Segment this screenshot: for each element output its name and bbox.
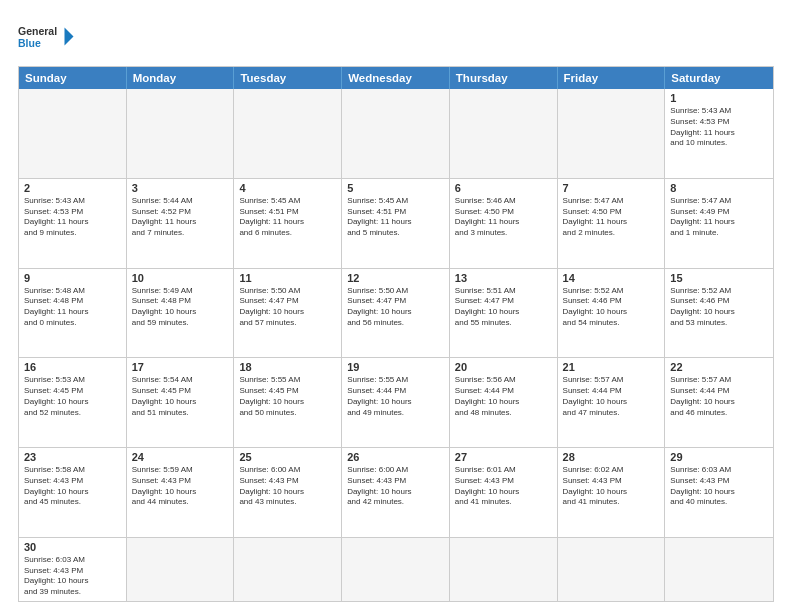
calendar-cell: 21Sunrise: 5:57 AM Sunset: 4:44 PM Dayli… xyxy=(558,358,666,447)
calendar-cell: 26Sunrise: 6:00 AM Sunset: 4:43 PM Dayli… xyxy=(342,448,450,537)
day-number: 19 xyxy=(347,361,444,373)
calendar-cell xyxy=(450,89,558,178)
weekday-header: Friday xyxy=(558,67,666,89)
weekday-header: Monday xyxy=(127,67,235,89)
calendar-cell: 9Sunrise: 5:48 AM Sunset: 4:48 PM Daylig… xyxy=(19,269,127,358)
day-number: 8 xyxy=(670,182,768,194)
cell-info: Sunrise: 5:59 AM Sunset: 4:43 PM Dayligh… xyxy=(132,465,229,508)
calendar-row: 2Sunrise: 5:43 AM Sunset: 4:53 PM Daylig… xyxy=(19,179,773,269)
calendar-cell xyxy=(665,538,773,601)
calendar-cell: 25Sunrise: 6:00 AM Sunset: 4:43 PM Dayli… xyxy=(234,448,342,537)
weekday-header: Saturday xyxy=(665,67,773,89)
calendar-cell: 6Sunrise: 5:46 AM Sunset: 4:50 PM Daylig… xyxy=(450,179,558,268)
day-number: 18 xyxy=(239,361,336,373)
page-header: GeneralBlue xyxy=(18,18,774,58)
calendar-body: 1Sunrise: 5:43 AM Sunset: 4:53 PM Daylig… xyxy=(19,89,773,601)
day-number: 26 xyxy=(347,451,444,463)
calendar-cell xyxy=(19,89,127,178)
logo: GeneralBlue xyxy=(18,18,78,58)
calendar-cell xyxy=(342,538,450,601)
day-number: 5 xyxy=(347,182,444,194)
weekday-header: Wednesday xyxy=(342,67,450,89)
cell-info: Sunrise: 6:01 AM Sunset: 4:43 PM Dayligh… xyxy=(455,465,552,508)
calendar-cell: 22Sunrise: 5:57 AM Sunset: 4:44 PM Dayli… xyxy=(665,358,773,447)
svg-marker-2 xyxy=(65,28,74,46)
day-number: 29 xyxy=(670,451,768,463)
cell-info: Sunrise: 5:43 AM Sunset: 4:53 PM Dayligh… xyxy=(670,106,768,149)
calendar-cell: 24Sunrise: 5:59 AM Sunset: 4:43 PM Dayli… xyxy=(127,448,235,537)
day-number: 1 xyxy=(670,92,768,104)
calendar-cell: 28Sunrise: 6:02 AM Sunset: 4:43 PM Dayli… xyxy=(558,448,666,537)
calendar-cell: 20Sunrise: 5:56 AM Sunset: 4:44 PM Dayli… xyxy=(450,358,558,447)
calendar-cell: 4Sunrise: 5:45 AM Sunset: 4:51 PM Daylig… xyxy=(234,179,342,268)
day-number: 28 xyxy=(563,451,660,463)
cell-info: Sunrise: 5:47 AM Sunset: 4:49 PM Dayligh… xyxy=(670,196,768,239)
calendar-cell: 5Sunrise: 5:45 AM Sunset: 4:51 PM Daylig… xyxy=(342,179,450,268)
cell-info: Sunrise: 5:52 AM Sunset: 4:46 PM Dayligh… xyxy=(670,286,768,329)
cell-info: Sunrise: 5:49 AM Sunset: 4:48 PM Dayligh… xyxy=(132,286,229,329)
cell-info: Sunrise: 6:03 AM Sunset: 4:43 PM Dayligh… xyxy=(670,465,768,508)
day-number: 24 xyxy=(132,451,229,463)
day-number: 30 xyxy=(24,541,121,553)
calendar-cell: 29Sunrise: 6:03 AM Sunset: 4:43 PM Dayli… xyxy=(665,448,773,537)
cell-info: Sunrise: 5:47 AM Sunset: 4:50 PM Dayligh… xyxy=(563,196,660,239)
calendar-cell xyxy=(127,89,235,178)
calendar-cell: 15Sunrise: 5:52 AM Sunset: 4:46 PM Dayli… xyxy=(665,269,773,358)
calendar-header: SundayMondayTuesdayWednesdayThursdayFrid… xyxy=(19,67,773,89)
calendar-cell xyxy=(342,89,450,178)
calendar-cell: 14Sunrise: 5:52 AM Sunset: 4:46 PM Dayli… xyxy=(558,269,666,358)
day-number: 2 xyxy=(24,182,121,194)
day-number: 6 xyxy=(455,182,552,194)
calendar-cell: 18Sunrise: 5:55 AM Sunset: 4:45 PM Dayli… xyxy=(234,358,342,447)
cell-info: Sunrise: 5:44 AM Sunset: 4:52 PM Dayligh… xyxy=(132,196,229,239)
cell-info: Sunrise: 5:50 AM Sunset: 4:47 PM Dayligh… xyxy=(239,286,336,329)
cell-info: Sunrise: 6:00 AM Sunset: 4:43 PM Dayligh… xyxy=(347,465,444,508)
calendar-cell xyxy=(234,89,342,178)
calendar-row: 9Sunrise: 5:48 AM Sunset: 4:48 PM Daylig… xyxy=(19,269,773,359)
weekday-header: Thursday xyxy=(450,67,558,89)
cell-info: Sunrise: 5:43 AM Sunset: 4:53 PM Dayligh… xyxy=(24,196,121,239)
day-number: 4 xyxy=(239,182,336,194)
weekday-header: Tuesday xyxy=(234,67,342,89)
calendar-cell: 2Sunrise: 5:43 AM Sunset: 4:53 PM Daylig… xyxy=(19,179,127,268)
day-number: 9 xyxy=(24,272,121,284)
cell-info: Sunrise: 5:55 AM Sunset: 4:44 PM Dayligh… xyxy=(347,375,444,418)
calendar-row: 30Sunrise: 6:03 AM Sunset: 4:43 PM Dayli… xyxy=(19,538,773,601)
calendar-cell: 8Sunrise: 5:47 AM Sunset: 4:49 PM Daylig… xyxy=(665,179,773,268)
day-number: 12 xyxy=(347,272,444,284)
weekday-header: Sunday xyxy=(19,67,127,89)
cell-info: Sunrise: 5:48 AM Sunset: 4:48 PM Dayligh… xyxy=(24,286,121,329)
day-number: 25 xyxy=(239,451,336,463)
day-number: 3 xyxy=(132,182,229,194)
day-number: 11 xyxy=(239,272,336,284)
calendar-cell xyxy=(234,538,342,601)
calendar-cell: 27Sunrise: 6:01 AM Sunset: 4:43 PM Dayli… xyxy=(450,448,558,537)
cell-info: Sunrise: 5:57 AM Sunset: 4:44 PM Dayligh… xyxy=(563,375,660,418)
cell-info: Sunrise: 5:58 AM Sunset: 4:43 PM Dayligh… xyxy=(24,465,121,508)
cell-info: Sunrise: 5:45 AM Sunset: 4:51 PM Dayligh… xyxy=(239,196,336,239)
calendar-cell: 16Sunrise: 5:53 AM Sunset: 4:45 PM Dayli… xyxy=(19,358,127,447)
day-number: 22 xyxy=(670,361,768,373)
calendar-cell xyxy=(558,538,666,601)
calendar-cell: 12Sunrise: 5:50 AM Sunset: 4:47 PM Dayli… xyxy=(342,269,450,358)
day-number: 17 xyxy=(132,361,229,373)
day-number: 7 xyxy=(563,182,660,194)
calendar-cell: 1Sunrise: 5:43 AM Sunset: 4:53 PM Daylig… xyxy=(665,89,773,178)
calendar-cell xyxy=(558,89,666,178)
cell-info: Sunrise: 6:03 AM Sunset: 4:43 PM Dayligh… xyxy=(24,555,121,598)
day-number: 15 xyxy=(670,272,768,284)
cell-info: Sunrise: 5:52 AM Sunset: 4:46 PM Dayligh… xyxy=(563,286,660,329)
calendar-row: 16Sunrise: 5:53 AM Sunset: 4:45 PM Dayli… xyxy=(19,358,773,448)
cell-info: Sunrise: 6:02 AM Sunset: 4:43 PM Dayligh… xyxy=(563,465,660,508)
cell-info: Sunrise: 5:46 AM Sunset: 4:50 PM Dayligh… xyxy=(455,196,552,239)
cell-info: Sunrise: 5:51 AM Sunset: 4:47 PM Dayligh… xyxy=(455,286,552,329)
calendar-cell: 17Sunrise: 5:54 AM Sunset: 4:45 PM Dayli… xyxy=(127,358,235,447)
calendar-cell: 30Sunrise: 6:03 AM Sunset: 4:43 PM Dayli… xyxy=(19,538,127,601)
day-number: 13 xyxy=(455,272,552,284)
cell-info: Sunrise: 5:56 AM Sunset: 4:44 PM Dayligh… xyxy=(455,375,552,418)
day-number: 27 xyxy=(455,451,552,463)
calendar-cell xyxy=(127,538,235,601)
logo-svg: GeneralBlue xyxy=(18,18,78,58)
calendar-cell: 10Sunrise: 5:49 AM Sunset: 4:48 PM Dayli… xyxy=(127,269,235,358)
calendar-cell xyxy=(450,538,558,601)
